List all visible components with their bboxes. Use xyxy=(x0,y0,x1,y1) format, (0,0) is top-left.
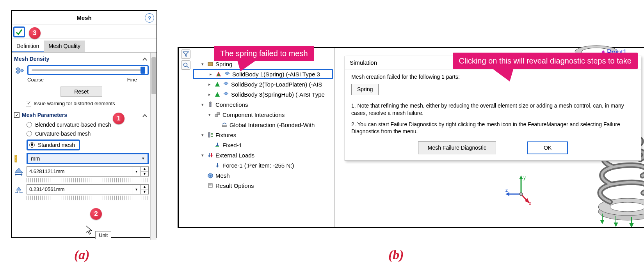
annotation-badge-2: 2 xyxy=(90,208,102,220)
svg-text:z: z xyxy=(505,187,508,193)
svg-point-26 xyxy=(210,102,211,103)
spin-down[interactable]: ▼ xyxy=(141,171,148,176)
spin-down[interactable]: ▼ xyxy=(141,189,148,194)
svg-marker-22 xyxy=(224,82,228,85)
tree-spring-group[interactable]: Spring xyxy=(215,61,232,67)
part-icon xyxy=(207,60,214,67)
tab-definition[interactable]: Definition xyxy=(12,41,44,52)
tolerance-scale-ruler xyxy=(27,196,149,200)
mesh-failed-icon xyxy=(215,71,222,78)
fixtures-icon xyxy=(207,131,214,138)
tab-mesh-quality[interactable]: Mesh Quality xyxy=(44,41,85,52)
failed-part-button[interactable]: Spring xyxy=(351,84,379,95)
svg-marker-50 xyxy=(614,223,617,226)
chevron-down-icon[interactable]: ▾ xyxy=(132,167,141,176)
tree-twisty[interactable]: ▾ xyxy=(200,132,205,138)
reset-button[interactable]: Reset xyxy=(60,87,102,97)
ok-button[interactable]: OK xyxy=(527,141,568,154)
external-loads-icon xyxy=(207,152,214,159)
tree-twisty[interactable]: ▸ xyxy=(207,82,212,87)
mesh-parameters-checkbox[interactable] xyxy=(14,112,20,118)
svg-marker-24 xyxy=(224,92,228,95)
svg-rect-17 xyxy=(208,62,213,66)
svg-marker-8 xyxy=(15,168,23,173)
radio-curvature[interactable]: Curvature-based mesh xyxy=(27,131,149,137)
mesh-density-slider[interactable] xyxy=(27,65,149,75)
dialog-note-2: 2. You can start Failure Diagnostics by … xyxy=(351,121,635,136)
element-size-input[interactable] xyxy=(27,167,132,176)
mesh-ok-icon xyxy=(214,81,221,88)
tree-twisty[interactable]: ▾ xyxy=(200,102,205,107)
distorted-warning-label: Issue warning for distorted elements xyxy=(34,101,115,106)
mesh-icon xyxy=(207,172,214,179)
ok-checkmark-button[interactable] xyxy=(13,26,25,37)
mouse-cursor-icon xyxy=(86,226,94,236)
mesh-properties-panel: Mesh ? 3 Definition Mesh Quality Mesh De… xyxy=(11,10,157,238)
tree-twisty[interactable]: ▾ xyxy=(200,153,205,158)
global-interaction-icon xyxy=(221,121,228,128)
svg-marker-32 xyxy=(208,155,210,157)
spin-up[interactable]: ▲ xyxy=(141,167,148,172)
unit-dropdown[interactable]: mm ▾ xyxy=(27,153,149,164)
fixed-icon xyxy=(214,141,221,148)
slider-label-fine: Fine xyxy=(127,77,137,83)
svg-marker-21 xyxy=(215,82,220,87)
tolerance-input[interactable] xyxy=(27,185,132,194)
callout-mesh-failed: The spring failed to mesh xyxy=(214,46,314,61)
filter-icon[interactable] xyxy=(181,49,190,59)
help-icon[interactable]: ? xyxy=(145,13,154,23)
svg-marker-58 xyxy=(519,175,523,179)
search-icon[interactable] xyxy=(181,60,190,70)
svg-marker-10 xyxy=(16,187,21,190)
result-options-icon xyxy=(207,182,214,189)
svg-marker-13 xyxy=(86,226,92,234)
svg-line-16 xyxy=(187,66,189,68)
mesh-failure-diagnostic-button[interactable]: Mesh Failure Diagnostic xyxy=(418,141,496,154)
svg-marker-52 xyxy=(630,224,633,227)
section-mesh-density: Mesh Density xyxy=(14,54,149,64)
svg-point-15 xyxy=(184,63,187,67)
section-mesh-parameters: Mesh Parameters xyxy=(14,110,149,120)
svg-marker-1 xyxy=(20,69,24,72)
unit-tooltip: Unit xyxy=(95,231,111,239)
component-interactions-icon xyxy=(214,111,221,118)
annotation-badge-3: 3 xyxy=(29,27,41,39)
orientation-triad[interactable]: y z x xyxy=(505,175,537,206)
element-size-field[interactable]: ▾ ▲▼ xyxy=(27,166,149,177)
svg-marker-2 xyxy=(16,71,20,74)
svg-point-46 xyxy=(610,202,644,212)
mesh-density-icon xyxy=(14,65,25,75)
svg-marker-48 xyxy=(601,220,604,223)
size-scale-ruler xyxy=(27,178,149,182)
spin-up[interactable]: ▲ xyxy=(141,185,148,190)
distorted-warning-checkbox[interactable] xyxy=(26,101,31,106)
connections-icon xyxy=(207,101,214,108)
feature-tree: ▾ Spring ▸ SolidBody 1(Spring) (-AISI Ty… xyxy=(179,48,335,227)
svg-rect-29 xyxy=(222,125,226,127)
tree-twisty[interactable]: ▾ xyxy=(200,62,205,67)
collapse-icon[interactable] xyxy=(141,112,149,118)
force-icon xyxy=(214,162,221,169)
tolerance-field[interactable]: ▾ ▲▼ xyxy=(27,184,149,194)
svg-marker-23 xyxy=(215,92,220,97)
ruler-icon xyxy=(14,154,23,163)
svg-text:x: x xyxy=(529,201,531,206)
scrollbar[interactable] xyxy=(150,53,157,240)
dialog-note-1: 1. Note that refining the mesh, either b… xyxy=(351,102,635,117)
tree-twisty[interactable]: ▸ xyxy=(208,72,213,77)
collapse-icon[interactable] xyxy=(141,56,149,62)
svg-text:y: y xyxy=(523,175,526,180)
chevron-down-icon: ▾ xyxy=(142,156,144,161)
radio-blended-curvature[interactable]: Blended curvature-based mesh xyxy=(27,122,149,128)
svg-rect-3 xyxy=(15,155,17,162)
tree-twisty[interactable]: ▾ xyxy=(207,112,212,117)
figure-label-a: (a) xyxy=(74,247,90,262)
chevron-down-icon[interactable]: ▾ xyxy=(132,185,141,194)
tree-twisty[interactable]: ▸ xyxy=(207,92,212,97)
radio-standard-mesh[interactable]: Standard mesh xyxy=(27,140,80,150)
svg-marker-36 xyxy=(216,166,219,168)
solidbody-icon xyxy=(224,71,231,78)
svg-rect-28 xyxy=(217,113,220,115)
element-size-icon xyxy=(14,167,23,176)
tolerance-icon xyxy=(14,185,23,194)
